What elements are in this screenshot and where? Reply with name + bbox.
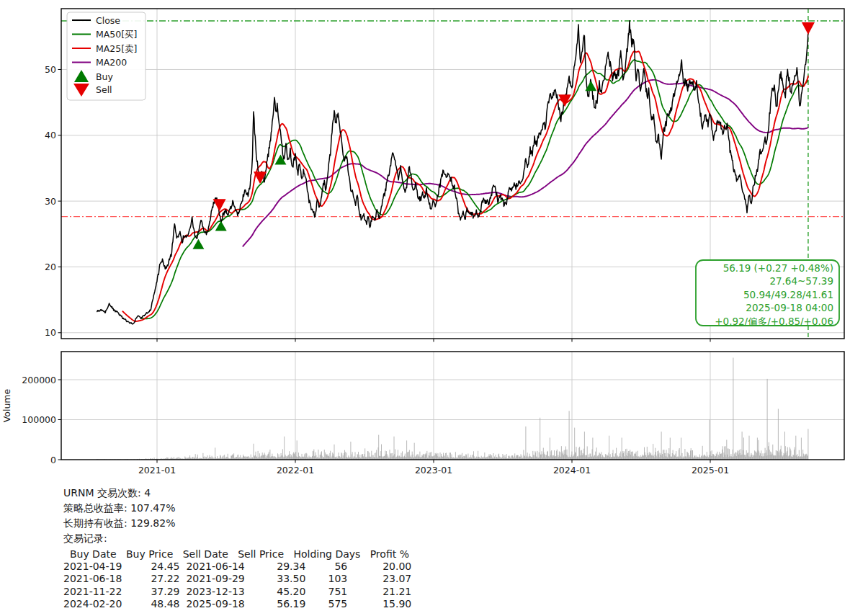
quote-annotation-line: 27.64~57.39	[769, 275, 833, 287]
legend-label: MA50[买]	[96, 29, 138, 40]
volume-tick-label: 0	[50, 455, 56, 465]
summary-line-trade-log-title: 交易记录:	[63, 531, 411, 546]
quote-annotation-line: 50.94/49.28/41.61	[743, 289, 833, 300]
y-tick-label: 10	[45, 327, 56, 338]
strategy-summary: URNM 交易次数: 4 策略总收益率: 107.47% 长期持有收益: 129…	[63, 486, 411, 610]
quote-annotation-line: +0.92/偏多/+0.85/+0.06	[715, 316, 833, 327]
x-tick-label: 2023-01	[415, 465, 452, 476]
summary-line-trades-count: URNM 交易次数: 4	[63, 486, 411, 501]
y-tick-label: 40	[45, 130, 56, 140]
volume-axis-label: Volume	[1, 388, 12, 422]
y-tick-label: 20	[45, 262, 56, 272]
x-tick-label: 2022-01	[277, 465, 314, 476]
legend-label: MA25[卖]	[96, 43, 138, 54]
trades-table: Buy Date Buy Price Sell Date Sell Price …	[63, 548, 411, 610]
y-tick-label: 30	[45, 196, 56, 207]
legend-label: Sell	[96, 84, 112, 95]
y-tick-label: 50	[45, 64, 56, 75]
quote-annotation-line: 2025-09-18 04:00	[746, 302, 833, 313]
legend-label: MA200	[96, 57, 127, 68]
legend-label: Buy	[96, 71, 113, 82]
x-tick-label: 2025-01	[692, 465, 729, 476]
summary-line-strategy-return: 策略总收益率: 107.47%	[63, 501, 411, 516]
volume-tick-label: 100000	[22, 414, 56, 425]
screenshot-root: 2021-012022-012023-012024-012025-0110203…	[0, 0, 850, 616]
summary-line-hold-return: 长期持有收益: 129.82%	[63, 516, 411, 531]
x-tick-label: 2021-01	[138, 465, 176, 476]
price-volume-chart: 2021-012022-012023-012024-012025-0110203…	[0, 0, 850, 483]
x-tick-label: 2024-01	[553, 465, 591, 476]
volume-tick-label: 200000	[22, 375, 56, 385]
legend-label: Close	[96, 15, 120, 26]
quote-annotation-line: 56.19 (+0.27 +0.48%)	[723, 262, 833, 274]
